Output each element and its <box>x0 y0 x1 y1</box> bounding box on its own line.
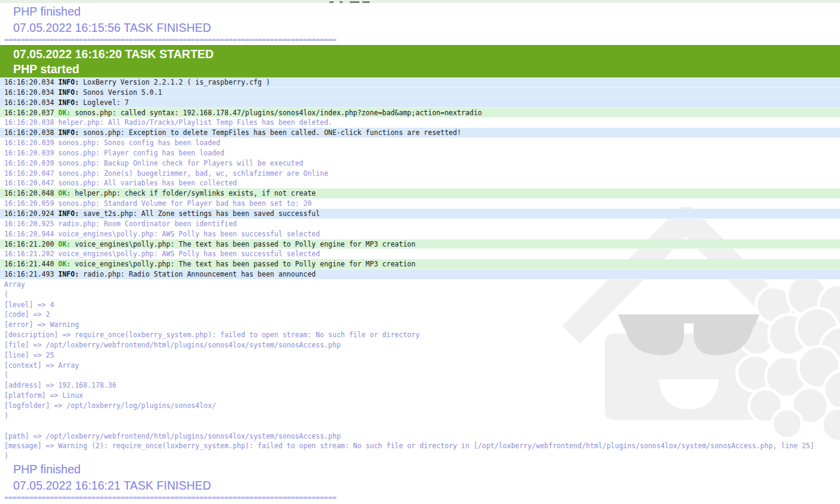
log-line: 16:16:20.039 sonos.php: Sonos config has… <box>0 138 840 148</box>
dump-line: Array <box>0 280 840 290</box>
log-message: Sonos Version 5.0.1 <box>83 88 163 97</box>
log-message: sonos.php: Sonos config has been loaded <box>58 139 220 147</box>
dump-line: [logfolder] => /opt/loxberry/log/plugins… <box>0 401 840 411</box>
log-level-label: INFO: <box>58 209 83 218</box>
dump-line: [description] => require_once(loxberry_s… <box>0 330 840 340</box>
dump-line: ( <box>0 370 840 380</box>
dump-line: [line] => 25 <box>0 350 840 361</box>
dump-line: [address] => 192.168.178.36 <box>0 380 840 391</box>
log-timestamp: 16:16:21.493 <box>4 270 58 278</box>
dump-line: ( <box>0 290 840 300</box>
log-level-label: OK: <box>58 260 75 268</box>
dump-line: ) <box>0 451 840 461</box>
log-level-label: OK: <box>58 189 75 197</box>
log-timestamp: 16:16:20.924 <box>4 209 58 218</box>
log-message: voice_engines\polly.php: AWS Polly has b… <box>58 230 320 238</box>
log-timestamp: 16:16:20.059 <box>4 199 58 208</box>
log-message: sonos.php: Zone(s) buegelzimmer, bad, wc… <box>58 169 328 178</box>
log-line: 16:16:21.440 OK: voice_engines\polly.php… <box>0 259 840 269</box>
task-finished-heading-prev: 07.05.2022 16:15:56 TASK FINISHED <box>0 20 840 36</box>
log-timestamp: 16:16:20.944 <box>4 230 58 238</box>
log-message: voice_engines\polly.php: The text has be… <box>75 240 416 248</box>
log-message: radio.php: Radio Station Announcement ha… <box>83 270 316 278</box>
log-line: 16:16:21.202 voice_engines\polly.php: AW… <box>0 249 840 259</box>
log-message: Loglevel: 7 <box>83 98 129 107</box>
log-timestamp: 16:16:20.039 <box>4 159 58 167</box>
log-viewer: PHP finished 07.05.2022 16:15:56 TASK FI… <box>0 0 840 503</box>
log-message: sonos.php: Player config has been loaded <box>58 149 224 157</box>
dump-line: [platform] => Linux <box>0 391 840 401</box>
log-line: 16:16:20.037 OK: sonos.php: called synta… <box>0 108 840 118</box>
log-line: 16:16:20.925 radio.php: Room Coordinator… <box>0 219 840 229</box>
log-timestamp: 16:16:20.047 <box>4 169 58 178</box>
log-message: radio.php: Room Coordinator been identif… <box>58 220 237 228</box>
log-line: 16:16:20.047 sonos.php: Zone(s) buegelzi… <box>0 169 840 179</box>
dump-line: [message] => Warning (2): require_once(l… <box>0 441 840 451</box>
log-line: 16:16:20.039 sonos.php: Player config ha… <box>0 148 840 158</box>
text-remnant <box>350 1 359 3</box>
log-line: 16:16:20.047 sonos.php: All variables ha… <box>0 178 840 188</box>
log-level-label: INFO: <box>58 88 83 97</box>
log-message: sonos.php: Backup Online check for Playe… <box>58 159 304 167</box>
log-line: 16:16:20.034 INFO: Sonos Version 5.0.1 <box>0 88 840 98</box>
log-message: sonos.php: All variables has been collec… <box>58 179 237 187</box>
log-message: sonos.php: Standard Volume for Player ba… <box>58 199 311 208</box>
log-line: 16:16:20.059 sonos.php: Standard Volume … <box>0 199 840 209</box>
dump-line: [context] => Array <box>0 361 840 371</box>
php-finished-heading: PHP finished <box>0 461 840 478</box>
dump-line: [file] => /opt/loxberry/webfrontend/html… <box>0 340 840 350</box>
php-array-dump: Array([level] => 4[code] => 2[error] => … <box>0 280 840 461</box>
text-remnant <box>362 1 370 3</box>
clipped-previous-row <box>0 0 840 4</box>
log-timestamp: 16:16:20.034 <box>4 78 58 86</box>
dump-line: [level] => 4 <box>0 300 840 310</box>
task-separator-top: ========================================… <box>0 36 840 45</box>
log-timestamp: 16:16:20.034 <box>4 88 58 97</box>
task-separator-bottom: ========================================… <box>0 494 840 503</box>
log-timestamp: 16:16:20.047 <box>4 179 58 187</box>
log-message: voice_engines\polly.php: The text has be… <box>75 260 416 268</box>
log-line: 16:16:20.924 INFO: save_t2s.php: All Zon… <box>0 209 840 219</box>
log-timestamp: 16:16:21.200 <box>4 240 58 248</box>
log-message: sonos.php: called syntax: 192.168.178.47… <box>75 109 482 117</box>
log-message: LoxBerry Version 2.2.1.2 ( is_raspberry.… <box>83 78 271 86</box>
dump-line: [code] => 2 <box>0 310 840 320</box>
log-level-label: INFO: <box>58 98 83 107</box>
log-timestamp: 16:16:20.039 <box>4 139 58 147</box>
log-line: 16:16:21.200 OK: voice_engines\polly.php… <box>0 239 840 250</box>
task-started-heading: 07.05.2022 16:16:20 TASK STARTED <box>13 47 840 62</box>
dump-line: ) <box>0 411 840 421</box>
dump-line <box>0 421 840 431</box>
text-remnant <box>340 1 343 3</box>
log-line: 16:16:20.038 helper.php: All Radio/Track… <box>0 118 840 128</box>
log-timestamp: 16:16:20.925 <box>4 220 58 228</box>
log-line: 16:16:21.493 INFO: radio.php: Radio Stat… <box>0 269 840 280</box>
text-remnant <box>329 1 334 3</box>
php-started-heading: PHP started <box>13 62 840 77</box>
log-timestamp: 16:16:20.039 <box>4 149 58 157</box>
log-timestamp: 16:16:21.202 <box>4 250 58 258</box>
log-line: 16:16:20.034 INFO: Loglevel: 7 <box>0 98 840 108</box>
log-message: helper.php: All Radio/Tracks/Playlist Te… <box>58 118 332 127</box>
log-timestamp: 16:16:20.037 <box>4 109 58 117</box>
log-line: 16:16:20.048 OK: helper.php: check if fo… <box>0 188 840 199</box>
log-level-label: INFO: <box>58 128 83 137</box>
log-line: 16:16:20.038 INFO: sonos.php: Exception … <box>0 128 840 138</box>
log-level-label: INFO: <box>58 270 83 278</box>
log-level-label: OK: <box>58 109 75 117</box>
log-message: helper.php: check if folder/symlinks exi… <box>75 189 316 197</box>
log-line: 16:16:20.039 sonos.php: Backup Online ch… <box>0 158 840 169</box>
log-level-label: OK: <box>58 240 75 248</box>
log-timestamp: 16:16:20.034 <box>4 98 58 107</box>
log-line: 16:16:20.034 INFO: LoxBerry Version 2.2.… <box>0 77 840 88</box>
log-timestamp: 16:16:21.440 <box>4 260 58 268</box>
log-level-label: INFO: <box>58 78 83 86</box>
php-finished-heading-prev: PHP finished <box>0 4 840 20</box>
log-timestamp: 16:16:20.048 <box>4 189 58 197</box>
task-finished-heading: 07.05.2022 16:16:21 TASK FINISHED <box>0 478 840 494</box>
log-message: save_t2s.php: All Zone settings has been… <box>83 209 320 218</box>
task-started-banner: 07.05.2022 16:16:20 TASK STARTED PHP sta… <box>0 45 840 77</box>
log-lines: 16:16:20.034 INFO: LoxBerry Version 2.2.… <box>0 77 840 280</box>
log-message: sonos.php: Exception to delete TempFiles… <box>83 128 461 137</box>
dump-line: [error] => Warning <box>0 320 840 330</box>
